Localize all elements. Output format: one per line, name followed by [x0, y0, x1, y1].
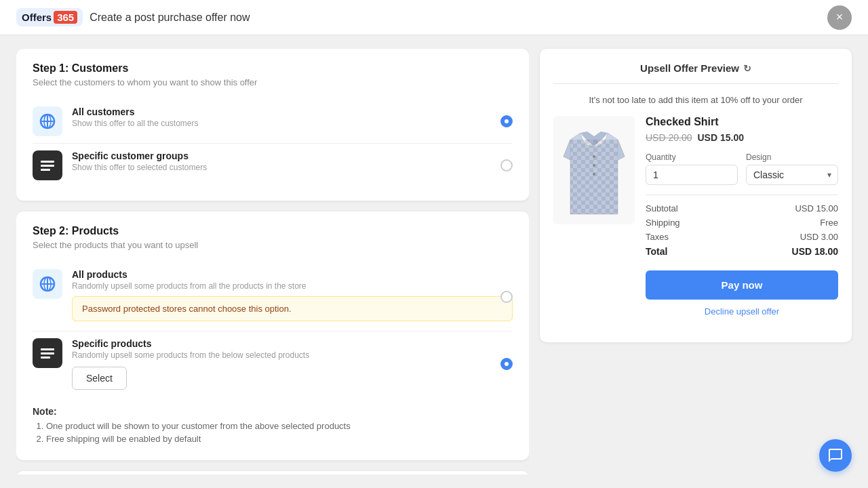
subtotal-value: USD 15.00 [795, 203, 838, 214]
design-group: Design Classic Modern Minimal [746, 152, 838, 185]
all-products-radio[interactable] [500, 291, 513, 303]
preview-header: Upsell Offer Preview ↻ [553, 62, 838, 84]
preview-title: Upsell Offer Preview [640, 62, 739, 74]
all-products-text: All products Randomly upsell some produc… [72, 269, 513, 324]
specific-groups-radio[interactable] [500, 159, 513, 171]
specific-products-option[interactable]: Specific products Randomly upsell some p… [33, 331, 513, 396]
note-section: Note: One product will be shown to your … [33, 406, 513, 444]
left-column: Step 1: Customers Select the customers t… [16, 49, 529, 474]
all-customers-icon [33, 106, 62, 136]
right-column: Upsell Offer Preview ↻ It's not too late… [540, 49, 852, 474]
step1-card: Step 1: Customers Select the customers t… [16, 49, 529, 201]
product-prices: USD 20.00 USD 15.00 [646, 132, 838, 143]
price-sale: USD 15.00 [697, 132, 743, 143]
preview-product: Checked Shirt USD 20.00 USD 15.00 Quanti… [553, 116, 838, 317]
subtotal-label: Subtotal [646, 203, 678, 214]
logo-offers: Offers [22, 12, 52, 23]
shipping-row: Shipping Free [646, 218, 838, 228]
logo: Offers 365 [16, 8, 83, 26]
step1-subtitle: Select the customers to whom you want to… [33, 77, 513, 87]
specific-products-label: Specific products [72, 338, 513, 349]
product-name: Checked Shirt [646, 116, 838, 128]
preview-subtitle: It's not too late to add this item at 10… [553, 95, 838, 105]
all-customers-radio[interactable] [500, 115, 513, 127]
specific-groups-option[interactable]: Specific customer groups Show this offer… [33, 143, 513, 187]
svg-point-17 [593, 173, 595, 176]
header-title: Create a post purchase offer now [90, 12, 250, 24]
taxes-value: USD 3.00 [800, 232, 838, 242]
svg-point-15 [593, 155, 595, 158]
price-original: USD 20.00 [646, 132, 692, 143]
product-options: Quantity Design Classic Modern Minimal [646, 152, 838, 185]
shipping-value: Free [820, 218, 838, 228]
all-products-label: All products [72, 269, 513, 280]
svg-rect-11 [41, 348, 54, 350]
specific-products-desc: Randomly upsell some products from the b… [72, 350, 513, 360]
svg-rect-13 [41, 357, 50, 359]
note-item-2: Free shipping will be enabled by default [46, 434, 513, 444]
specific-products-icon [33, 338, 62, 368]
all-products-warning: Password protected stores cannot choose … [72, 296, 513, 321]
all-products-icon [33, 269, 62, 299]
design-select[interactable]: Classic Modern Minimal [746, 165, 838, 185]
specific-products-text: Specific products Randomly upsell some p… [72, 338, 513, 390]
svg-rect-14 [570, 140, 618, 214]
logo-365: 365 [54, 11, 77, 24]
all-customers-text: All customers Show this offer to all the… [72, 106, 513, 128]
quantity-input[interactable] [646, 165, 738, 185]
svg-rect-6 [41, 169, 50, 171]
svg-point-16 [593, 164, 595, 167]
specific-groups-desc: Show this offer to selected customers [72, 163, 513, 172]
svg-rect-5 [41, 165, 54, 167]
specific-groups-icon [33, 150, 62, 180]
header-left: Offers 365 Create a post purchase offer … [16, 8, 250, 26]
header: Offers 365 Create a post purchase offer … [0, 0, 868, 35]
total-value: USD 18.00 [792, 246, 838, 257]
pay-now-button[interactable]: Pay now [646, 270, 838, 300]
quantity-label: Quantity [646, 152, 738, 162]
total-label: Total [646, 246, 667, 257]
specific-groups-label: Specific customer groups [72, 150, 513, 161]
quantity-group: Quantity [646, 152, 738, 185]
all-customers-option[interactable]: All customers Show this offer to all the… [33, 100, 513, 143]
close-button[interactable]: × [827, 5, 852, 30]
decline-link[interactable]: Decline upsell offer [646, 306, 838, 317]
taxes-label: Taxes [646, 232, 669, 242]
radio-specific-products[interactable] [500, 358, 513, 370]
total-row: Total USD 18.00 [646, 246, 838, 257]
step1-title: Step 1: Customers [33, 62, 513, 75]
radio-all-products[interactable] [500, 291, 513, 303]
specific-products-radio[interactable] [500, 358, 513, 370]
note-label: Note: [33, 406, 513, 417]
step2-card: Step 2: Products Select the products tha… [16, 211, 529, 460]
all-products-option[interactable]: All products Randomly upsell some produc… [33, 262, 513, 331]
svg-rect-4 [41, 161, 54, 163]
refresh-icon[interactable]: ↻ [743, 63, 751, 74]
step2-title: Step 2: Products [33, 225, 513, 237]
design-label: Design [746, 152, 838, 162]
all-products-desc: Randomly upsell some products from all t… [72, 281, 513, 291]
product-details: Checked Shirt USD 20.00 USD 15.00 Quanti… [646, 116, 838, 317]
note-item-1: One product will be shown to your custom… [46, 421, 513, 431]
specific-groups-text: Specific customer groups Show this offer… [72, 150, 513, 172]
all-customers-desc: Show this offer to all the customers [72, 119, 513, 128]
select-products-button[interactable]: Select [72, 367, 127, 390]
note-list: One product will be shown to your custom… [33, 421, 513, 444]
order-summary: Subtotal USD 15.00 Shipping Free Taxes U… [646, 195, 838, 257]
svg-rect-12 [41, 352, 54, 354]
radio-specific-groups[interactable] [500, 159, 513, 171]
taxes-row: Taxes USD 3.00 [646, 232, 838, 242]
all-customers-label: All customers [72, 106, 513, 117]
step3-card: Step 3: Discount [16, 471, 529, 474]
subtotal-row: Subtotal USD 15.00 [646, 203, 838, 214]
step2-subtitle: Select the products that you want to ups… [33, 240, 513, 250]
shipping-label: Shipping [646, 218, 680, 228]
main-content: Step 1: Customers Select the customers t… [0, 35, 868, 488]
design-select-wrapper: Classic Modern Minimal [746, 165, 838, 185]
chat-button[interactable] [819, 439, 852, 472]
preview-card: Upsell Offer Preview ↻ It's not too late… [540, 49, 852, 342]
radio-all-customers[interactable] [500, 115, 513, 127]
product-image [553, 116, 635, 224]
